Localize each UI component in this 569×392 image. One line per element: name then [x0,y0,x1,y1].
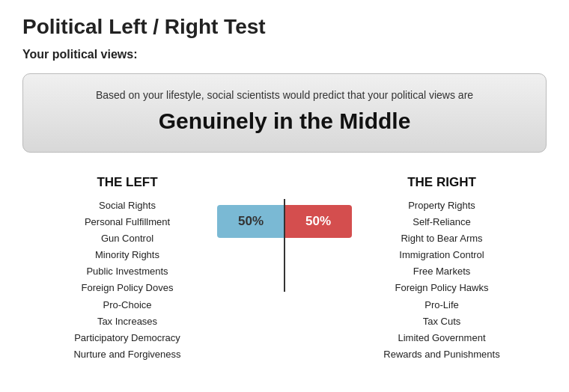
your-views-label: Your political views: [22,48,547,61]
left-column: THE LEFT Social RightsPersonal Fulfillme… [45,175,210,363]
result-description: Based on your lifestyle, social scientis… [46,89,523,101]
center-bar-area: 50% 50% [210,175,359,238]
right-list-item: Free Markets [383,263,499,280]
divider-line [284,199,285,292]
right-bar: 50% [284,205,352,238]
bar-container: 50% 50% [217,205,352,238]
left-items: Social RightsPersonal FulfillmentGun Con… [73,197,180,363]
right-list-item: Tax Cuts [383,313,499,330]
right-list-item: Property Rights [383,197,499,214]
result-label: Genuinely in the Middle [46,108,523,134]
left-list-item: Gun Control [73,230,180,247]
left-list-item: Minority Rights [73,247,180,263]
right-list-item: Foreign Policy Hawks [383,280,499,296]
left-bar: 50% [217,205,284,238]
right-column: THE RIGHT Property RightsSelf-RelianceRi… [359,175,524,363]
left-list-item: Nurture and Forgiveness [73,346,180,363]
right-list-item: Pro-Life [383,297,499,313]
left-list-item: Social Rights [73,197,180,214]
result-box: Based on your lifestyle, social scientis… [22,73,547,153]
left-title: THE LEFT [97,175,157,190]
left-list-item: Personal Fulfillment [73,214,180,230]
right-list-item: Self-Reliance [383,214,499,230]
right-list-item: Right to Bear Arms [383,230,499,247]
left-list-item: Foreign Policy Doves [73,280,180,296]
right-title: THE RIGHT [407,175,476,190]
right-list-item: Limited Government [383,330,499,346]
left-list-item: Participatory Democracy [73,330,180,346]
chart-section: THE LEFT Social RightsPersonal Fulfillme… [22,175,547,363]
left-list-item: Public Investments [73,263,180,280]
right-list-item: Immigration Control [383,247,499,263]
right-list-item: Rewards and Punishments [383,346,499,363]
left-list-item: Pro-Choice [73,297,180,313]
left-list-item: Tax Increases [73,313,180,330]
page-title: Political Left / Right Test [22,15,547,39]
right-items: Property RightsSelf-RelianceRight to Bea… [383,197,499,363]
